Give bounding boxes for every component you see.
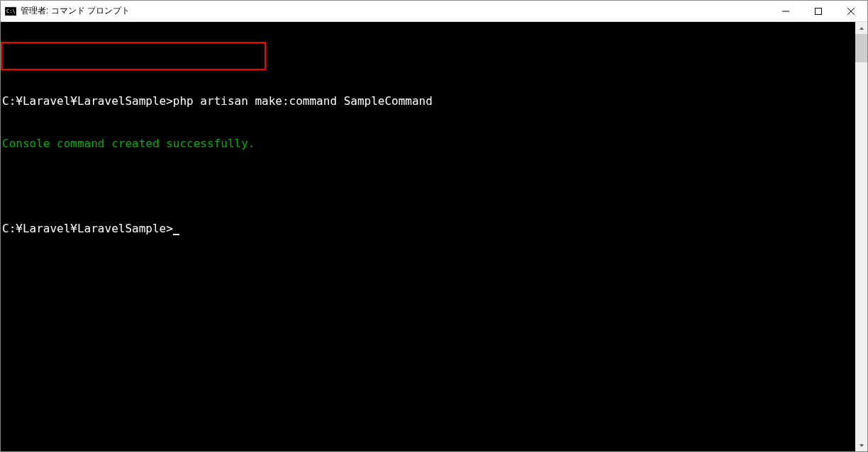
blank-line xyxy=(2,179,855,193)
scrollbar-track[interactable] xyxy=(855,34,867,439)
svg-text:C:\: C:\ xyxy=(6,9,16,14)
vertical-scrollbar[interactable] xyxy=(855,22,867,451)
terminal-line-1: C:¥Laravel¥LaravelSample>php artisan mak… xyxy=(2,94,855,108)
window-controls xyxy=(769,1,867,21)
svg-rect-3 xyxy=(816,8,822,14)
close-button[interactable] xyxy=(835,1,867,21)
terminal-line-3: C:¥Laravel¥LaravelSample> xyxy=(2,222,855,236)
command-prompt-window: C:\ 管理者: コマンド プロンプト C:¥Laravel¥LaravelSa… xyxy=(0,0,868,452)
app-icon: C:\ xyxy=(5,6,16,17)
prompt-1: C:¥Laravel¥LaravelSample> xyxy=(2,94,173,108)
success-message: Console command created successfully. xyxy=(2,137,855,151)
terminal-output[interactable]: C:¥Laravel¥LaravelSample>php artisan mak… xyxy=(1,22,855,451)
svg-marker-7 xyxy=(859,444,864,447)
svg-marker-6 xyxy=(859,27,864,30)
scroll-down-button[interactable] xyxy=(855,439,867,451)
minimize-button[interactable] xyxy=(769,1,802,21)
scroll-up-button[interactable] xyxy=(855,22,867,34)
maximize-button[interactable] xyxy=(802,1,835,21)
scrollbar-thumb[interactable] xyxy=(855,34,867,62)
blank-line xyxy=(2,52,855,66)
titlebar[interactable]: C:\ 管理者: コマンド プロンプト xyxy=(1,1,867,22)
prompt-2: C:¥Laravel¥LaravelSample> xyxy=(2,222,173,235)
client-area: C:¥Laravel¥LaravelSample>php artisan mak… xyxy=(1,22,867,451)
command-1: php artisan make:command SampleCommand xyxy=(173,94,433,108)
cursor xyxy=(173,234,179,235)
window-title: 管理者: コマンド プロンプト xyxy=(21,5,769,17)
